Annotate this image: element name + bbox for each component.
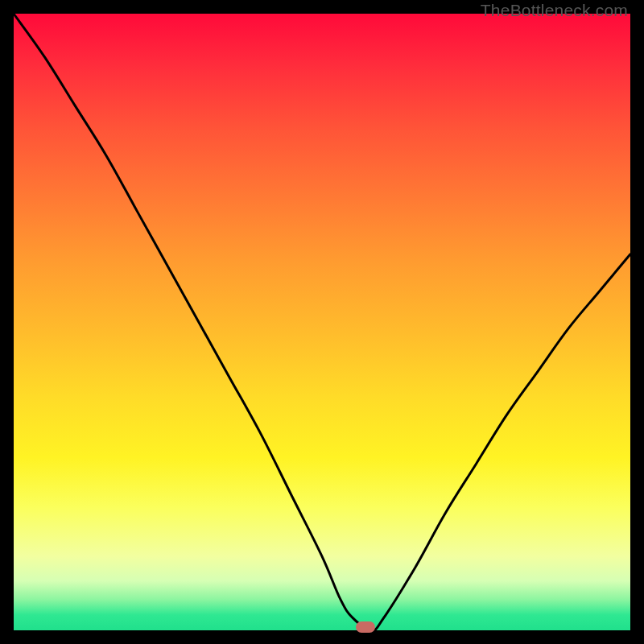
- bottleneck-curve: [14, 14, 630, 630]
- watermark-text: TheBottleneck.com: [481, 1, 628, 20]
- chart-frame: TheBottleneck.com: [0, 0, 644, 644]
- plot-area: [14, 14, 630, 630]
- min-marker: [356, 621, 375, 633]
